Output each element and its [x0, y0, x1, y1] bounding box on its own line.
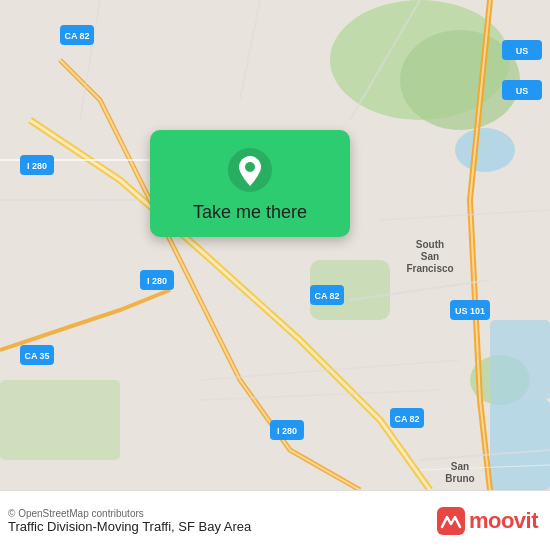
svg-rect-7: [490, 320, 550, 400]
moovit-logo: moovit: [437, 507, 538, 535]
svg-rect-47: [437, 507, 465, 535]
svg-text:Bruno: Bruno: [445, 473, 474, 484]
svg-point-46: [245, 162, 255, 172]
svg-text:CA 82: CA 82: [394, 414, 419, 424]
svg-text:I 280: I 280: [27, 161, 47, 171]
svg-text:CA 82: CA 82: [314, 291, 339, 301]
svg-text:I 280: I 280: [147, 276, 167, 286]
svg-text:US 101: US 101: [455, 306, 485, 316]
svg-rect-5: [0, 380, 120, 460]
svg-point-6: [455, 128, 515, 172]
svg-text:CA 82: CA 82: [64, 31, 89, 41]
svg-text:US: US: [516, 46, 529, 56]
location-title: Traffic Division-Moving Traffi, SF Bay A…: [8, 519, 251, 534]
copyright-text: © OpenStreetMap contributors: [8, 508, 251, 519]
moovit-text: moovit: [469, 508, 538, 534]
take-me-card[interactable]: Take me there: [150, 130, 350, 237]
moovit-icon: [437, 507, 465, 535]
svg-text:US: US: [516, 86, 529, 96]
svg-text:San: San: [451, 461, 469, 472]
svg-text:Francisco: Francisco: [406, 263, 453, 274]
svg-text:South: South: [416, 239, 444, 250]
svg-text:CA 35: CA 35: [24, 351, 49, 361]
map-background: CA 82 I 280 I 280 I 280 CA 82 CA 82 US 1…: [0, 0, 550, 490]
map-container: CA 82 I 280 I 280 I 280 CA 82 CA 82 US 1…: [0, 0, 550, 490]
take-me-button-label: Take me there: [193, 202, 307, 223]
location-pin-icon: [228, 148, 272, 192]
bottom-left-info: © OpenStreetMap contributors Traffic Div…: [8, 508, 251, 534]
bottom-bar: © OpenStreetMap contributors Traffic Div…: [0, 490, 550, 550]
svg-rect-8: [490, 400, 550, 490]
svg-text:I 280: I 280: [277, 426, 297, 436]
svg-text:San: San: [421, 251, 439, 262]
